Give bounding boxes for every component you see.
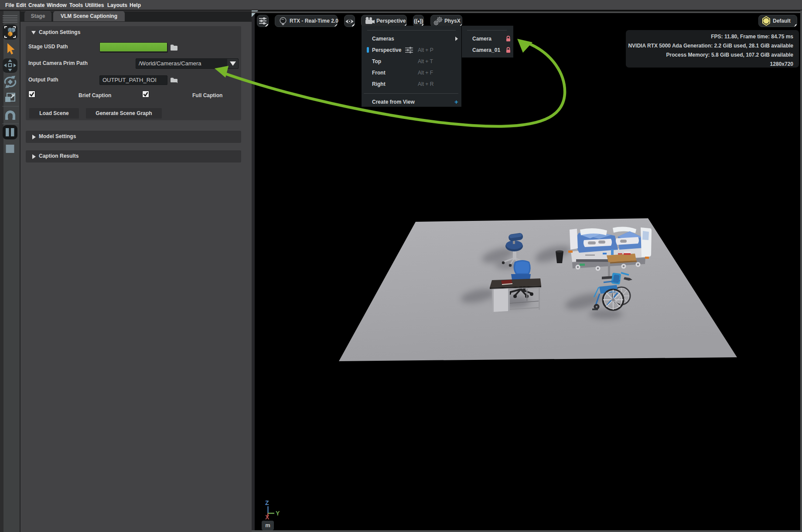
- svg-text:Z: Z: [265, 499, 269, 506]
- svg-text:X: X: [265, 514, 270, 521]
- svg-text:Y: Y: [276, 510, 280, 517]
